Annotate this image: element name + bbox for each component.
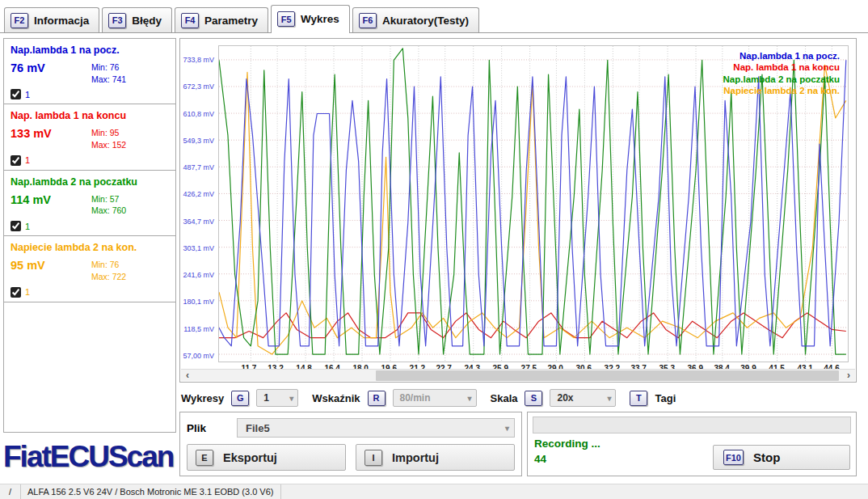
g-key-button[interactable]: G: [231, 391, 249, 406]
series-line-1: [219, 65, 846, 354]
wskaznik-select[interactable]: 80/min ▾: [393, 389, 477, 407]
sensor-max: Max: 760: [91, 205, 126, 217]
sensor-max: Max: 741: [91, 74, 126, 86]
sensor-item-0: Nap.lambda 1 na pocz.76 mVMin: 76Max: 74…: [4, 39, 175, 104]
f10-key-icon: F10: [723, 450, 744, 465]
y-tick-label: 487,7 mV: [183, 163, 214, 171]
scroll-left-arrow-icon[interactable]: ‹: [181, 370, 194, 382]
sensor-item-3: Napiecie lambda 2 na kon.95 mVMin: 76Max…: [4, 236, 175, 302]
chevron-down-icon: ▾: [289, 394, 293, 403]
sensor-item-1: Nap. lambda 1 na koncu133 mVMin: 95Max: …: [4, 104, 175, 170]
sensor-value: 95 mV: [11, 259, 91, 272]
wykresy-label: Wykresy: [181, 392, 224, 404]
series-line-3: [219, 60, 846, 345]
status-bar-slash: /: [0, 484, 21, 499]
tab-label: Akuratory(Testy): [382, 15, 469, 27]
y-tick-label: 57,00 mV: [183, 352, 214, 360]
skala-select-value: 20x: [557, 392, 573, 404]
tab-label: Błędy: [132, 15, 162, 27]
recording-sample-count: 44: [534, 453, 546, 465]
wskaznik-label: Wskaźnik: [312, 392, 360, 404]
legend-entry: Nap.lambda 1 na pocz.: [723, 50, 840, 61]
sensor-title: Nap. lambda 1 na koncu: [11, 110, 169, 121]
export-button-label: Eksportuj: [223, 451, 277, 464]
legend-entry: Nap. lambda 1 na koncu: [723, 61, 840, 73]
tab-bledy[interactable]: F3 Błędy: [102, 7, 172, 32]
sensor-min: Min: 57: [91, 193, 126, 205]
i-key-icon: I: [364, 450, 382, 466]
file-panel: Plik File5 ▾ E Eksportuj I Importuj: [179, 412, 522, 476]
tab-label: Wykres: [301, 13, 339, 25]
sensor-visible-checkbox[interactable]: [11, 155, 21, 166]
import-button[interactable]: I Importuj: [356, 444, 515, 471]
y-tick-label: 303,1 mV: [183, 244, 214, 252]
file-select-value: File5: [246, 422, 270, 434]
tab-bar: F2 Informacja F3 Błędy F4 Parametry F5 W…: [0, 5, 868, 33]
sensor-max: Max: 152: [91, 139, 126, 151]
tab-akuratory[interactable]: F6 Akuratory(Testy): [352, 7, 479, 32]
legend-entry: Nap.lambda 2 na poczatku: [723, 74, 840, 85]
sensor-checkbox-label: 1: [25, 222, 30, 231]
y-tick-label: 549,3 mV: [183, 137, 214, 145]
file-select[interactable]: File5 ▾: [237, 418, 515, 438]
chevron-down-icon: ▾: [505, 424, 509, 433]
chevron-down-icon: ▾: [607, 394, 611, 403]
sensor-visible-checkbox[interactable]: [11, 287, 21, 298]
y-tick-label: 180,1 mV: [183, 298, 214, 306]
y-axis-labels: 733,8 mV672,3 mV610,8 mV549,3 mV487,7 mV…: [180, 45, 216, 362]
tab-label: Parametry: [204, 15, 258, 27]
skala-select[interactable]: 20x ▾: [550, 389, 616, 407]
sensor-min: Min: 76: [91, 259, 126, 271]
chevron-down-icon: ▾: [467, 394, 471, 403]
chart-plot-area: Nap.lambda 1 na pocz.Nap. lambda 1 na ko…: [218, 45, 849, 362]
scrollbar-track[interactable]: [194, 370, 842, 382]
stop-button-label: Stop: [753, 450, 780, 464]
tab-informacja[interactable]: F2 Informacja: [4, 7, 99, 32]
chart-legend: Nap.lambda 1 na pocz.Nap. lambda 1 na ko…: [723, 50, 840, 97]
s-key-button[interactable]: S: [525, 391, 542, 406]
t-key-button[interactable]: T: [630, 391, 647, 406]
sensor-visible-checkbox[interactable]: [11, 221, 21, 231]
y-tick-label: 426,2 mV: [183, 190, 214, 198]
r-key-button[interactable]: R: [368, 391, 386, 406]
sensor-value: 76 mV: [11, 61, 91, 74]
sensor-checkbox-label: 1: [25, 287, 30, 297]
y-tick-label: 364,7 mV: [183, 218, 214, 226]
import-button-label: Importuj: [392, 451, 439, 464]
plik-label: Plik: [187, 422, 237, 434]
chart-horizontal-scrollbar[interactable]: ‹ ›: [181, 369, 855, 381]
f3-key-icon: F3: [108, 13, 126, 28]
y-tick-label: 733,8 mV: [183, 56, 214, 64]
f5-key-icon: F5: [277, 11, 295, 27]
sensor-max: Max: 722: [91, 271, 126, 283]
sensor-title: Napiecie lambda 2 na kon.: [11, 242, 169, 253]
sensor-title: Nap.lambda 1 na pocz.: [11, 44, 169, 56]
f2-key-icon: F2: [11, 13, 28, 28]
sensor-list-panel: Nap.lambda 1 na pocz.76 mVMin: 76Max: 74…: [3, 38, 176, 433]
sensor-checkbox-label: 1: [25, 155, 30, 165]
sensor-item-2: Nap.lambda 2 na poczatku114 mVMin: 57Max…: [4, 171, 175, 236]
sensor-visible-checkbox[interactable]: [11, 89, 21, 99]
tab-wykres[interactable]: F5 Wykres: [271, 5, 350, 33]
wykresy-select[interactable]: 1 ▾: [256, 389, 298, 407]
wskaznik-select-value: 80/min: [400, 392, 431, 404]
sensor-value: 133 mV: [11, 127, 91, 140]
sensor-min: Min: 76: [91, 61, 126, 74]
tab-parametry[interactable]: F4 Parametry: [175, 7, 268, 32]
f4-key-icon: F4: [181, 13, 199, 28]
scroll-right-arrow-icon[interactable]: ›: [842, 370, 855, 382]
stop-button[interactable]: F10 Stop: [713, 445, 850, 470]
skala-label: Skala: [491, 392, 518, 404]
fiatecuscan-logo: FiatECUScan: [3, 434, 176, 479]
fiat-ecuscan-window: F2 Informacja F3 Błędy F4 Parametry F5 W…: [0, 0, 868, 499]
sensor-min: Min: 95: [91, 127, 126, 139]
recording-panel: Recording ... 44 F10 Stop: [527, 412, 857, 476]
scrollbar-thumb[interactable]: [376, 370, 839, 381]
export-button[interactable]: E Eksportuj: [187, 444, 346, 471]
tag-input-bar[interactable]: [533, 417, 851, 433]
sensor-title: Nap.lambda 2 na poczatku: [11, 176, 169, 188]
sensor-checkbox-label: 1: [25, 90, 30, 99]
status-bar: / ALFA 156 2.5 V6 24V / Bosch Motronic M…: [0, 484, 868, 499]
tagi-label: Tagi: [655, 392, 676, 404]
y-tick-label: 241,6 mV: [183, 271, 214, 279]
